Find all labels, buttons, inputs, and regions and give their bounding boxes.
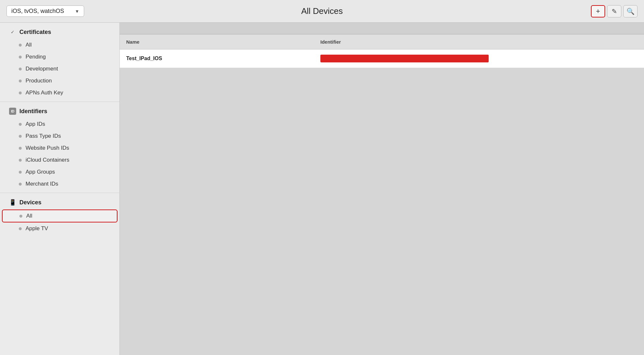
sidebar: ✓ Certificates All Pending Development P… [0, 23, 120, 355]
dot-icon [19, 215, 22, 218]
main-layout: ✓ Certificates All Pending Development P… [0, 23, 644, 355]
sidebar-item-label: Development [26, 66, 58, 72]
certificates-section-title: Certificates [19, 29, 51, 36]
sidebar-item-production[interactable]: Production [2, 75, 117, 87]
platform-selector-label: iOS, tvOS, watchOS [11, 8, 64, 15]
toolbar-right: + ✎ 🔍 [591, 5, 638, 17]
dot-icon [19, 56, 22, 59]
add-button[interactable]: + [591, 5, 605, 17]
content-header [120, 23, 644, 34]
top-bar: iOS, tvOS, watchOS ▼ All Devices + ✎ 🔍 [0, 0, 644, 23]
dot-icon [19, 80, 22, 82]
platform-selector-arrow: ▼ [75, 9, 79, 14]
certificates-icon: ✓ [9, 28, 16, 36]
edit-icon: ✎ [612, 7, 617, 15]
dot-icon [19, 91, 22, 94]
sidebar-item-label: Production [26, 78, 52, 84]
sidebar-item-label: App Groups [26, 169, 55, 175]
sidebar-item-apple-tv[interactable]: Apple TV [2, 223, 117, 234]
dot-icon [19, 171, 22, 174]
content-body [120, 68, 644, 355]
sidebar-item-app-groups[interactable]: App Groups [2, 166, 117, 178]
platform-selector[interactable]: iOS, tvOS, watchOS ▼ [6, 5, 84, 17]
sidebar-item-apns-auth-key[interactable]: APNs Auth Key [2, 87, 117, 99]
identifiers-section-header: ID Identifiers [0, 108, 119, 118]
certificates-section-header: ✓ Certificates [0, 28, 119, 39]
sidebar-item-all-certs[interactable]: All [2, 39, 117, 51]
sidebar-section-devices: 📱 Devices All Apple TV [0, 193, 119, 237]
device-identifier-cell [314, 53, 644, 64]
sidebar-item-label: All [26, 213, 32, 219]
column-identifier-header: Identifier [314, 38, 644, 46]
sidebar-item-icloud-containers[interactable]: iCloud Containers [2, 154, 117, 166]
dot-icon [19, 147, 22, 150]
devices-icon: 📱 [9, 199, 16, 206]
dot-icon [19, 135, 22, 138]
sidebar-item-pass-type-ids[interactable]: Pass Type IDs [2, 130, 117, 142]
content-area: Name Identifier Test_IPad_IOS [120, 23, 644, 355]
dot-icon [19, 183, 22, 186]
identifier-redacted-bar [320, 55, 489, 62]
sidebar-item-label: App IDs [26, 121, 45, 127]
sidebar-item-all-devices[interactable]: All [2, 210, 117, 222]
sidebar-item-label: All [26, 42, 32, 48]
devices-section-title: Devices [19, 199, 41, 206]
sidebar-item-label: Merchant IDs [26, 181, 58, 187]
dot-icon [19, 68, 22, 70]
dot-icon [19, 227, 22, 230]
sidebar-item-label: Apple TV [26, 225, 48, 232]
identifiers-icon: ID [9, 108, 16, 115]
dot-icon [19, 44, 22, 47]
identifiers-section-title: Identifiers [19, 108, 47, 115]
sidebar-item-pending[interactable]: Pending [2, 51, 117, 63]
sidebar-item-app-ids[interactable]: App IDs [2, 118, 117, 130]
edit-button[interactable]: ✎ [607, 5, 621, 17]
devices-section-header: 📱 Devices [0, 199, 119, 209]
table-header: Name Identifier [120, 34, 644, 49]
sidebar-item-label: Website Push IDs [26, 145, 69, 151]
dot-icon [19, 123, 22, 126]
device-name-cell: Test_IPad_IOS [120, 54, 314, 63]
table-container: Name Identifier Test_IPad_IOS [120, 34, 644, 68]
sidebar-item-label: Pending [26, 54, 46, 60]
sidebar-section-certificates: ✓ Certificates All Pending Development P… [0, 23, 119, 102]
column-name-header: Name [120, 38, 314, 46]
search-button[interactable]: 🔍 [623, 5, 638, 17]
sidebar-section-identifiers: ID Identifiers App IDs Pass Type IDs Web… [0, 102, 119, 193]
sidebar-item-website-push-ids[interactable]: Website Push IDs [2, 142, 117, 154]
dot-icon [19, 159, 22, 162]
sidebar-item-development[interactable]: Development [2, 63, 117, 75]
sidebar-item-label: iCloud Containers [26, 157, 69, 163]
table-row[interactable]: Test_IPad_IOS [120, 49, 644, 68]
sidebar-item-label: Pass Type IDs [26, 133, 61, 139]
sidebar-item-merchant-ids[interactable]: Merchant IDs [2, 178, 117, 190]
search-icon: 🔍 [627, 7, 635, 15]
sidebar-item-label: APNs Auth Key [26, 90, 63, 96]
page-title: All Devices [301, 6, 343, 16]
